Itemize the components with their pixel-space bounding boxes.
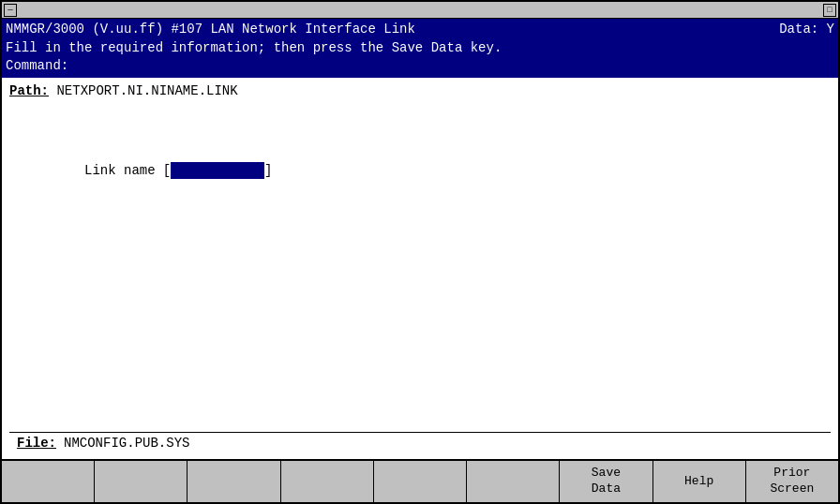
footer-file-line: File: NMCONFIG.PUB.SYS (17, 436, 823, 451)
btn3 (188, 461, 280, 502)
help-button[interactable]: Help (653, 461, 746, 502)
prior-screen-button[interactable]: PriorScreen (746, 461, 838, 502)
title-bar: — □ (2, 2, 838, 19)
header-area: NMMGR/3000 (V.uu.ff) #107 LAN Network In… (2, 19, 838, 78)
window-frame: — □ NMMGR/3000 (V.uu.ff) #107 LAN Networ… (0, 0, 840, 504)
btn5 (374, 461, 467, 502)
file-value: NMCONFIG.PUB.SYS (64, 436, 189, 451)
minimize-button[interactable]: — (4, 4, 17, 17)
header-data-label: Data: Y (779, 21, 834, 39)
bracket-right: ] (264, 163, 272, 178)
form-area: Link name [ ] (9, 106, 831, 432)
main-content: Path: NETXPORT.NI.NINAME.LINK Link name … (2, 78, 838, 459)
btn6 (467, 461, 560, 502)
button-bar: SaveData Help PriorScreen (2, 459, 838, 502)
header-instruction: Fill in the required information; then p… (6, 39, 834, 58)
path-label: Path: (9, 83, 49, 98)
file-label: File: (17, 436, 56, 451)
footer-area: File: NMCONFIG.PUB.SYS (9, 432, 831, 453)
header-line1: NMMGR/3000 (V.uu.ff) #107 LAN Network In… (6, 21, 834, 39)
btn2 (95, 461, 188, 502)
link-name-label: Link name (84, 163, 156, 178)
form-row-link-name: Link name [ ] (84, 162, 831, 179)
link-name-input[interactable] (171, 162, 264, 179)
header-command: Command: (6, 57, 834, 76)
path-value-text: NETXPORT.NI.NINAME.LINK (56, 83, 237, 98)
btn4 (281, 461, 374, 502)
bracket-left: [ (163, 163, 171, 178)
header-title: NMMGR/3000 (V.uu.ff) #107 LAN Network In… (6, 21, 415, 39)
path-line: Path: NETXPORT.NI.NINAME.LINK (9, 83, 831, 98)
btn1 (2, 461, 95, 502)
save-data-button[interactable]: SaveData (560, 461, 652, 502)
maximize-button[interactable]: □ (823, 4, 836, 17)
